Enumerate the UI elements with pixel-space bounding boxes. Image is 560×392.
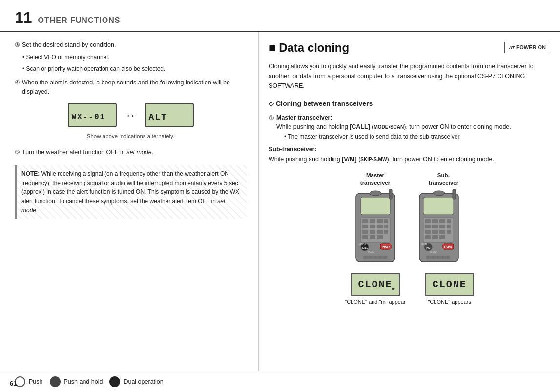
svg-text:V/M: V/M bbox=[426, 247, 430, 249]
sub-label: Sub-transceiver bbox=[429, 172, 458, 186]
cloning-step1: ① Master transceiver: While pushing and … bbox=[269, 113, 550, 141]
svg-text:PWR: PWR bbox=[381, 245, 389, 248]
clone-m-sub: m bbox=[392, 286, 395, 293]
power-on-text: POWER ON bbox=[516, 44, 546, 50]
svg-rect-48 bbox=[432, 235, 438, 239]
svg-rect-36 bbox=[432, 219, 438, 223]
svg-text:SKIP: SKIP bbox=[421, 243, 427, 246]
svg-rect-10 bbox=[384, 225, 388, 228]
step-3: ③ Set the desired stand-by condition. bbox=[15, 41, 247, 50]
step1-content: Master transceiver: While pushing and ho… bbox=[276, 113, 511, 141]
svg-text:S.MW: S.MW bbox=[430, 250, 437, 253]
step3-sub1: • Select VFO or memory channel. bbox=[15, 53, 247, 62]
svg-rect-33 bbox=[423, 197, 454, 215]
main-content: ③ Set the desired stand-by condition. • … bbox=[0, 32, 560, 371]
note-box: NOTE: While receiving a signal (on a fre… bbox=[15, 165, 247, 219]
clone-box-1: CLONE m bbox=[351, 273, 400, 296]
clone-box-2: CLONE bbox=[425, 273, 474, 296]
push-hold-label: Push and hold bbox=[64, 378, 103, 385]
svg-rect-37 bbox=[439, 219, 445, 223]
lcd-display-2: ALT bbox=[145, 103, 194, 127]
svg-text:SCAN: SCAN bbox=[368, 250, 374, 253]
master-transceiver-unit: Mastertransceiver bbox=[346, 172, 405, 267]
svg-point-51 bbox=[433, 191, 445, 196]
svg-rect-38 bbox=[447, 219, 451, 223]
svg-rect-44 bbox=[432, 230, 438, 234]
step1-sub: • The master transceiver is used to send… bbox=[276, 132, 511, 142]
sub-section-text: ◇ Cloning between transceivers bbox=[269, 99, 373, 109]
svg-rect-18 bbox=[389, 189, 392, 199]
sub-radio-svg: V/M SKIP S.MW PWR bbox=[415, 188, 473, 267]
cloning-step2: Sub-transceiver: While pushing and holdi… bbox=[269, 145, 550, 164]
svg-rect-9 bbox=[377, 225, 383, 228]
svg-rect-1 bbox=[361, 197, 390, 215]
display-caption: Show above indications alternately. bbox=[15, 132, 247, 141]
svg-rect-7 bbox=[362, 225, 368, 228]
svg-rect-50 bbox=[453, 189, 456, 199]
svg-rect-45 bbox=[439, 230, 445, 234]
svg-rect-12 bbox=[370, 230, 375, 234]
svg-rect-43 bbox=[425, 230, 431, 234]
chapter-number: 11 bbox=[15, 9, 32, 27]
svg-rect-42 bbox=[447, 225, 451, 228]
svg-rect-15 bbox=[362, 235, 368, 239]
arrow-icon: ↔ bbox=[125, 107, 136, 124]
right-column: ■ Data cloning AT POWER ON Cloning allow… bbox=[259, 32, 560, 371]
lcd-text-2: ALT bbox=[149, 111, 167, 124]
clone-unit-2: CLONE "CLONE" appears bbox=[425, 273, 474, 306]
svg-rect-4 bbox=[370, 219, 375, 223]
step1-title: Master transceiver: bbox=[276, 114, 332, 121]
note-label: NOTE: bbox=[21, 170, 40, 177]
step2-body: While pushing and holding [V/M] (SKIP•S.… bbox=[269, 155, 550, 164]
step2-title: Sub-transceiver: bbox=[269, 146, 317, 153]
svg-rect-41 bbox=[439, 225, 445, 228]
clone-caption-2: "CLONE" appears bbox=[428, 298, 471, 306]
push-hold-icon bbox=[50, 376, 61, 387]
step3-text: Set the desired stand-by condition. bbox=[22, 41, 247, 50]
svg-rect-40 bbox=[432, 225, 438, 228]
svg-text:PWR: PWR bbox=[444, 245, 452, 248]
master-label: Mastertransceiver bbox=[360, 172, 390, 186]
step4-num: ④ bbox=[15, 78, 20, 87]
step4-text: When the alert is detected, a beep sound… bbox=[22, 78, 247, 97]
svg-rect-3 bbox=[362, 219, 368, 223]
page-container: 11 OTHER FUNCTIONS ③ Set the desired sta… bbox=[0, 0, 560, 392]
master-radio-svg: CALL MODE SCAN PWR bbox=[346, 188, 405, 267]
radio-diagram: Mastertransceiver bbox=[269, 172, 550, 267]
step5-text: Turn the weather alert function OFF in s… bbox=[22, 148, 247, 157]
svg-rect-35 bbox=[425, 219, 431, 223]
svg-rect-17 bbox=[377, 235, 383, 239]
svg-rect-49 bbox=[439, 235, 445, 239]
svg-rect-6 bbox=[384, 219, 388, 223]
at-text: AT bbox=[509, 45, 514, 50]
svg-rect-16 bbox=[370, 235, 375, 239]
chapter-title: OTHER FUNCTIONS bbox=[38, 16, 121, 25]
svg-text:CALL: CALL bbox=[361, 247, 368, 249]
push-label: Push bbox=[29, 378, 43, 385]
svg-rect-14 bbox=[384, 230, 388, 234]
dual-op-label: Dual operation bbox=[124, 378, 163, 385]
lcd-display-1: WX--01 bbox=[68, 103, 117, 127]
body-text: Cloning allows you to quickly and easily… bbox=[269, 62, 550, 91]
svg-rect-39 bbox=[425, 225, 431, 228]
push-hold-legend: Push and hold bbox=[50, 376, 103, 387]
sub-section-title: ◇ Cloning between transceivers bbox=[269, 99, 550, 109]
clone-unit-1: CLONE m "CLONE" and "m" appear bbox=[345, 273, 405, 306]
dual-op-legend: Dual operation bbox=[109, 376, 163, 387]
step3-sub2: • Scan or priority watch operation can a… bbox=[15, 64, 247, 73]
display-area: WX--01 ↔ ALT bbox=[15, 103, 247, 127]
step1-num: ① bbox=[269, 113, 274, 141]
left-column: ③ Set the desired stand-by condition. • … bbox=[0, 32, 259, 371]
svg-rect-5 bbox=[377, 219, 383, 223]
sub-transceiver-unit: Sub-transceiver bbox=[415, 172, 473, 267]
svg-rect-47 bbox=[425, 235, 431, 239]
step-5: ⑤ Turn the weather alert function OFF in… bbox=[15, 148, 247, 157]
page-number: 61 bbox=[10, 380, 17, 387]
push-legend: Push bbox=[15, 376, 43, 387]
power-on-badge: AT POWER ON bbox=[504, 42, 550, 53]
svg-text:MODE: MODE bbox=[359, 243, 367, 246]
section-heading: ■ Data cloning AT POWER ON bbox=[269, 39, 550, 57]
svg-rect-46 bbox=[447, 230, 451, 234]
step-4: ④ When the alert is detected, a beep sou… bbox=[15, 78, 247, 97]
step5-num: ⑤ bbox=[15, 148, 20, 157]
